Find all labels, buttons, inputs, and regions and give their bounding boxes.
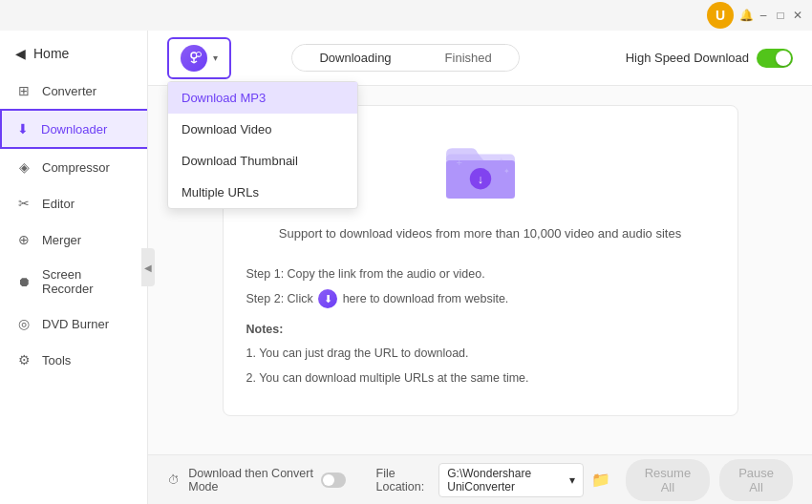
tab-downloading[interactable]: Downloading: [292, 45, 417, 71]
sidebar-item-converter[interactable]: ⊞ Converter: [0, 73, 147, 109]
converter-icon: ⊞: [15, 82, 32, 99]
editor-label: Editor: [42, 197, 75, 211]
home-back-icon: ◀: [15, 46, 26, 61]
sidebar-collapse-handle[interactable]: ◀: [141, 248, 155, 286]
tools-icon: ⚙: [15, 351, 32, 368]
download-btn-wrapper: + ▾ Download MP3 Download Video Download…: [167, 37, 231, 79]
maximize-button[interactable]: □: [774, 9, 787, 22]
merger-label: Merger: [42, 233, 81, 247]
title-bar: U 🔔 – □ ✕: [0, 0, 812, 31]
dropdown-item-video[interactable]: Download Video: [168, 114, 357, 145]
file-path-dropdown-icon: ▾: [569, 473, 575, 487]
screen-recorder-icon: ⏺: [15, 273, 32, 290]
sidebar-item-compressor[interactable]: ◈ Compressor: [0, 149, 147, 185]
dropdown-item-mp3[interactable]: Download MP3: [168, 82, 357, 114]
download-dropdown-menu: Download MP3 Download Video Download Thu…: [167, 81, 358, 209]
inline-download-icon: ⬇: [318, 289, 337, 308]
sidebar-item-screen-recorder[interactable]: ⏺ Screen Recorder: [0, 258, 147, 305]
app-body: ◀ Home ⊞ Converter ⬇ Downloader ◈ Compre…: [0, 31, 812, 504]
dropdown-item-thumbnail[interactable]: Download Thumbnail: [168, 145, 357, 177]
tab-finished[interactable]: Finished: [418, 45, 519, 71]
speed-label: High Speed Download: [626, 51, 749, 65]
compressor-icon: ◈: [15, 158, 32, 176]
sidebar-item-home[interactable]: ◀ Home: [0, 38, 147, 69]
note2-text: 2. You can download multiple URLs at the…: [246, 368, 715, 390]
downloader-icon: ⬇: [14, 120, 32, 137]
svg-text:✦: ✦: [503, 167, 510, 176]
sidebar-item-dvd-burner[interactable]: ◎ DVD Burner: [0, 305, 147, 342]
step1-text: Step 1: Copy the link from the audio or …: [246, 263, 715, 286]
download-button[interactable]: + ▾: [167, 37, 231, 79]
converter-label: Converter: [42, 84, 96, 98]
speed-control: High Speed Download: [626, 49, 793, 68]
svg-text:+: +: [500, 157, 503, 163]
instructions: Step 1: Copy the link from the audio or …: [246, 263, 715, 392]
top-bar: + ▾ Download MP3 Download Video Download…: [148, 31, 812, 86]
dropdown-arrow-icon: ▾: [213, 52, 218, 63]
sidebar-item-editor[interactable]: ✂ Editor: [0, 185, 147, 221]
sidebar-item-tools[interactable]: ⚙ Tools: [0, 342, 147, 378]
sidebar-home-label: Home: [33, 46, 69, 61]
editor-icon: ✂: [15, 195, 32, 212]
notification-icon[interactable]: 🔔: [739, 9, 753, 22]
downloader-label: Downloader: [41, 122, 107, 136]
convert-mode-toggle[interactable]: [321, 472, 345, 488]
compressor-label: Compressor: [42, 160, 110, 175]
convert-mode-icon: ⏱: [167, 472, 181, 489]
file-path-select[interactable]: G:\Wondershare UniConverter ▾: [438, 463, 583, 497]
main-content: + ▾ Download MP3 Download Video Download…: [148, 31, 812, 504]
bottom-bar: ⏱ Download then Convert Mode File Locati…: [148, 454, 812, 504]
sidebar-item-merger[interactable]: ⊕ Merger: [0, 221, 147, 258]
bottom-actions: Resume All Pause All: [626, 459, 793, 501]
notes-title: Notes:: [246, 319, 715, 342]
resume-all-button[interactable]: Resume All: [626, 459, 710, 501]
tools-label: Tools: [42, 353, 71, 368]
file-location-label: File Location:: [376, 467, 432, 494]
sidebar-item-downloader[interactable]: ⬇ Downloader: [0, 109, 147, 149]
svg-text:↓: ↓: [477, 172, 482, 186]
convert-mode-control: ⏱ Download then Convert Mode: [167, 467, 346, 494]
sidebar: ◀ Home ⊞ Converter ⬇ Downloader ◈ Compre…: [0, 31, 148, 504]
download-btn-icon: +: [181, 45, 207, 72]
svg-text:+: +: [456, 157, 462, 168]
note1-text: 1. You can just drag the URL to download…: [246, 343, 715, 366]
tab-group: Downloading Finished: [291, 44, 519, 72]
high-speed-toggle[interactable]: [757, 49, 793, 68]
file-location-control: File Location: G:\Wondershare UniConvert…: [376, 463, 610, 497]
minimize-button[interactable]: –: [757, 9, 770, 22]
merger-icon: ⊕: [15, 231, 32, 248]
folder-open-button[interactable]: 📁: [591, 469, 610, 492]
folder-illustration: ↓ + ✦ +: [442, 136, 519, 207]
user-avatar: U: [707, 2, 734, 29]
file-path-text: G:\Wondershare UniConverter: [447, 467, 565, 494]
close-button[interactable]: ✕: [791, 9, 804, 22]
pause-all-button[interactable]: Pause All: [719, 459, 793, 501]
dvd-burner-icon: ◎: [15, 315, 32, 332]
dropdown-item-multiple[interactable]: Multiple URLs: [168, 177, 357, 208]
support-text: Support to download videos from more tha…: [279, 226, 681, 241]
screen-recorder-label: Screen Recorder: [42, 267, 132, 296]
convert-mode-label: Download then Convert Mode: [188, 467, 313, 494]
step2-text: Step 2: Click ⬇ here to download from we…: [246, 288, 715, 311]
dvd-burner-label: DVD Burner: [42, 317, 109, 331]
svg-point-0: [191, 52, 197, 58]
